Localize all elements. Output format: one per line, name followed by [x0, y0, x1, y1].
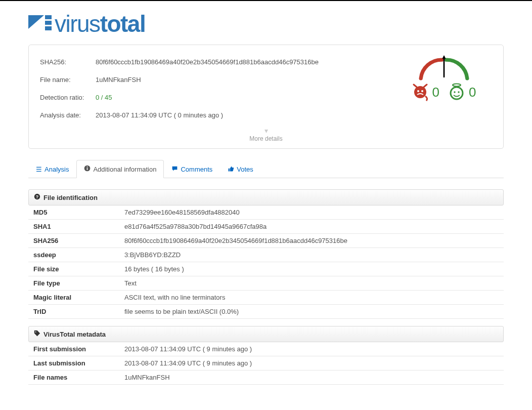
tab-votes[interactable]: Votes: [220, 160, 261, 178]
names-key: File names: [28, 371, 119, 385]
table-row: File size16 bytes ( 16 bytes ): [28, 262, 504, 276]
magic-key: Magic literal: [28, 291, 119, 305]
malicious-count: 0: [432, 85, 439, 100]
svg-text:?: ?: [36, 194, 38, 199]
logo-link[interactable]: virustotal: [28, 10, 145, 37]
field-date: Analysis date: 2013-08-07 11:34:09 UTC (…: [40, 107, 396, 125]
trid-key: TrID: [28, 305, 119, 319]
table-row: TrIDfile seems to be plain text/ASCII (0…: [28, 305, 504, 319]
last-val: 2013-08-07 11:34:09 UTC ( 9 minutes ago …: [119, 356, 504, 371]
sha256-label: SHA256:: [40, 58, 96, 66]
date-value: 2013-08-07 11:34:09 UTC ( 0 minutes ago …: [96, 111, 223, 119]
type-val: Text: [119, 276, 504, 291]
table-row: MD57ed73299ee160e48158569dfa4882040: [28, 206, 504, 220]
magic-val: ASCII text, with no line terminators: [119, 291, 504, 305]
svg-point-12: [458, 91, 459, 93]
question-circle-icon: ?: [34, 193, 40, 201]
first-val: 2013-08-07 11:34:09 UTC ( 9 minutes ago …: [119, 342, 504, 356]
sha1-val: e81d76a4f525a9788a30b7bd14945a9667cfa98a: [119, 220, 504, 234]
type-key: File type: [28, 276, 119, 291]
summary-panel: SHA256: 80f6f60cccb1fb19086469a40f20e2b3…: [28, 45, 504, 149]
svg-point-10: [451, 87, 463, 99]
field-ratio: Detection ratio: 0 / 45: [40, 90, 396, 107]
names-val: 1uMNFkanFSH: [119, 371, 504, 385]
vote-malicious[interactable]: 0: [412, 83, 439, 101]
sha256-val: 80f6f60cccb1fb19086469a40f20e2b345054669…: [119, 234, 504, 248]
tab-additional-label: Additional information: [93, 166, 156, 173]
table-row: Magic literalASCII text, with no line te…: [28, 291, 504, 305]
logo-row: virustotal: [28, 10, 504, 37]
devil-icon: [412, 83, 428, 101]
table-row: File typeText: [28, 276, 504, 291]
tab-analysis-label: Analysis: [45, 166, 69, 173]
table-row: First submission2013-08-07 11:34:09 UTC …: [28, 342, 504, 356]
ssdeep-val: 3:BjVBB6YD:BZZD: [119, 248, 504, 262]
date-label: Analysis date:: [40, 111, 96, 119]
sha256-value: 80f6f60cccb1fb19086469a40f20e2b345054669…: [96, 58, 319, 66]
angel-icon: [449, 83, 465, 101]
table-row: SHA25680f6f60cccb1fb19086469a40f20e2b345…: [28, 234, 504, 248]
ssdeep-key: ssdeep: [28, 248, 119, 262]
summary-fields: SHA256: 80f6f60cccb1fb19086469a40f20e2b3…: [40, 54, 396, 125]
summary-body: SHA256: 80f6f60cccb1fb19086469a40f20e2b3…: [40, 54, 492, 125]
first-key: First submission: [28, 342, 119, 356]
sha1-key: SHA1: [28, 220, 119, 234]
md5-key: MD5: [28, 206, 119, 220]
last-key: Last submission: [28, 356, 119, 371]
chevron-down-icon: ▾: [40, 127, 492, 134]
file-identification-table: MD57ed73299ee160e48158569dfa4882040 SHA1…: [28, 206, 504, 319]
tab-comments-label: Comments: [181, 166, 212, 173]
table-row: File names1uMNFkanFSH: [28, 371, 504, 385]
svg-marker-0: [28, 15, 44, 29]
votes-widget: 0 0: [396, 54, 492, 125]
svg-rect-1: [45, 15, 52, 19]
filename-label: File name:: [40, 76, 96, 84]
tag-icon: [34, 330, 40, 338]
ratio-label: Detection ratio:: [40, 94, 96, 101]
table-row: Last submission2013-08-07 11:34:09 UTC (…: [28, 356, 504, 371]
tabs: ☰ Analysis Additional information Commen…: [28, 160, 504, 178]
section-vt-metadata: VirusTotal metadata: [28, 326, 504, 342]
sha256-key: SHA256: [28, 234, 119, 248]
svg-point-11: [454, 91, 455, 93]
tab-additional[interactable]: Additional information: [76, 160, 164, 178]
table-row: SHA1e81d76a4f525a9788a30b7bd14945a9667cf…: [28, 220, 504, 234]
vote-harmless[interactable]: 0: [449, 83, 476, 101]
field-sha256: SHA256: 80f6f60cccb1fb19086469a40f20e2b3…: [40, 54, 396, 72]
logo-text-total: total: [100, 10, 146, 37]
tab-votes-label: Votes: [237, 166, 253, 173]
section-vt-metadata-label: VirusTotal metadata: [43, 331, 106, 338]
tab-analysis[interactable]: ☰ Analysis: [28, 160, 76, 178]
svg-rect-3: [45, 26, 52, 30]
ratio-value: 0 / 45: [96, 94, 112, 101]
svg-point-15: [87, 167, 88, 168]
svg-rect-14: [87, 168, 88, 170]
section-file-identification: ? File identification: [28, 189, 504, 206]
comment-icon: [171, 166, 178, 174]
field-filename: File name: 1uMNFkanFSH: [40, 72, 396, 90]
size-key: File size: [28, 262, 119, 276]
list-icon: ☰: [36, 166, 42, 173]
vt-metadata-table: First submission2013-08-07 11:34:09 UTC …: [28, 342, 504, 385]
table-row: ssdeep3:BjVBB6YD:BZZD: [28, 248, 504, 262]
gauge-icon: [409, 55, 479, 83]
svg-point-8: [421, 90, 423, 92]
svg-point-18: [35, 332, 36, 333]
svg-point-9: [453, 84, 461, 87]
page-container: virustotal SHA256: 80f6f60cccb1fb1908646…: [28, 1, 504, 405]
svg-point-7: [417, 90, 419, 92]
more-details-toggle[interactable]: ▾ More details: [40, 125, 492, 148]
svg-point-6: [414, 86, 426, 98]
thumbs-icon: [228, 166, 234, 174]
svg-marker-5: [442, 55, 446, 59]
logo-text-virus: virus: [55, 10, 100, 37]
more-details-label: More details: [249, 135, 282, 142]
svg-rect-2: [45, 21, 52, 25]
size-val: 16 bytes ( 16 bytes ): [119, 262, 504, 276]
filename-value: 1uMNFkanFSH: [96, 76, 141, 84]
vt-logo-icon: [28, 14, 52, 34]
vote-counts: 0 0: [412, 83, 476, 101]
tab-comments[interactable]: Comments: [164, 160, 220, 178]
md5-val: 7ed73299ee160e48158569dfa4882040: [119, 206, 504, 220]
trid-val: file seems to be plain text/ASCII (0.0%): [119, 305, 504, 319]
